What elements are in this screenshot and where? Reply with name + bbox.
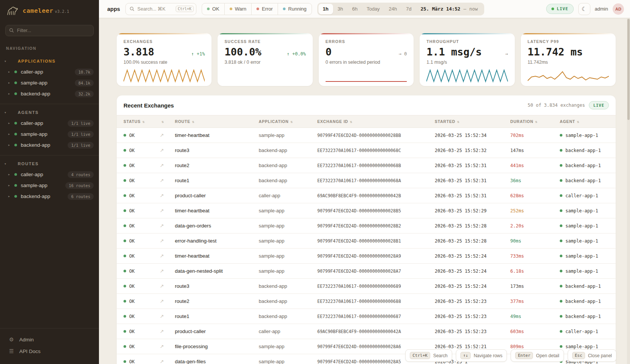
open-detail-icon[interactable]: ↗: [160, 283, 175, 289]
time-range-6h[interactable]: 6h: [347, 4, 362, 14]
sidebar-item[interactable]: ▸ caller-app 1/1 live: [0, 118, 99, 129]
agent-dot-icon: [560, 134, 562, 137]
scrollbar-track[interactable]: [627, 18, 630, 364]
route-cell: timer-heartbeat: [175, 132, 259, 138]
agent-cell: backend-app-1: [560, 163, 616, 168]
open-detail-icon[interactable]: ↗: [160, 193, 175, 198]
sidebar-item-label: caller-app: [21, 120, 68, 126]
column-header-duration[interactable]: DURATION ⇅: [510, 119, 560, 124]
column-header-status[interactable]: STATUS ⇅: [124, 119, 160, 124]
avatar[interactable]: AD: [613, 3, 624, 15]
duration-cell: 809ms: [510, 344, 560, 349]
chevron-right-icon[interactable]: ▸: [8, 173, 14, 176]
sidebar-item[interactable]: ▸ backend-app 32.2k: [0, 88, 99, 99]
time-range-3h[interactable]: 3h: [333, 4, 347, 14]
status-filter-pill[interactable]: Warn: [225, 3, 252, 15]
table-row[interactable]: OK ↗ product-caller caller-app 69AC90BF8…: [117, 188, 616, 203]
column-header-open[interactable]: ⇅: [160, 120, 175, 124]
column-header-exchange-id[interactable]: EXCHANGE ID ⇅: [317, 119, 435, 124]
chevron-right-icon[interactable]: ▸: [8, 143, 14, 147]
time-range-7d[interactable]: 7d: [401, 4, 416, 14]
chevron-right-icon[interactable]: ▸: [8, 70, 14, 74]
sidebar-section-header[interactable]: ▾ APPLICATIONS: [0, 57, 99, 66]
sidebar-item[interactable]: ▸ sample-app 84.1k: [0, 77, 99, 88]
open-detail-icon[interactable]: ↗: [160, 178, 175, 183]
table-row[interactable]: OK ↗ route2 backend-app EE7322370A10617-…: [117, 294, 616, 309]
chevron-right-icon[interactable]: ▸: [8, 184, 14, 187]
table-row[interactable]: OK ↗ data-gen-orders sample-app 90799F47…: [117, 218, 616, 233]
open-detail-icon[interactable]: ↗: [160, 313, 175, 319]
time-range-1h[interactable]: 1h: [318, 4, 333, 14]
column-header-route[interactable]: ROUTE ⇅: [175, 119, 259, 124]
chevron-right-icon[interactable]: ▸: [8, 132, 14, 136]
status-cell: OK: [124, 193, 160, 198]
exchange-id-cell: 90799F47E6CD24D-00000000000028B2: [317, 223, 435, 229]
status-filter-pill[interactable]: OK: [202, 3, 225, 15]
open-detail-icon[interactable]: ↗: [160, 329, 175, 334]
time-display-separator: –: [463, 6, 466, 12]
table-row[interactable]: OK ↗ route2 backend-app EE7322370A10617-…: [117, 158, 616, 173]
open-detail-icon[interactable]: ↗: [160, 253, 175, 259]
agent-dot-icon: [560, 315, 562, 318]
sidebar-item[interactable]: ▸ caller-app 10.7k: [0, 66, 99, 77]
sidebar-item[interactable]: ▸ backend-app 1/1 live: [0, 140, 99, 151]
table-row[interactable]: OK ↗ timer-heartbeat sample-app 90799F47…: [117, 128, 616, 143]
table-row[interactable]: OK ↗ route1 backend-app EE7322370A10617-…: [117, 309, 616, 324]
started-cell: 2026-03-25 15:52:23: [435, 314, 510, 319]
chevron-right-icon[interactable]: ▸: [8, 121, 14, 125]
sidebar-item-badge: 10.7k: [75, 69, 94, 75]
sidebar-footer-item-api-docs[interactable]: ☰ API Docs: [6, 346, 93, 357]
open-detail-icon[interactable]: ↗: [160, 298, 175, 304]
table-row[interactable]: OK ↗ route3 backend-app EE7322370A10617-…: [117, 279, 616, 294]
status-dot-icon: [14, 133, 17, 135]
table-row[interactable]: OK ↗ route3 backend-app EE7322370A10617-…: [117, 143, 616, 158]
search-placeholder: Search... ⌘K: [137, 6, 173, 12]
ok-dot-icon: [124, 330, 126, 333]
open-detail-icon[interactable]: ↗: [160, 238, 175, 244]
sidebar-item[interactable]: ▸ backend-app 6 routes: [0, 191, 99, 202]
stat-card-delta: ↑ +1%: [191, 51, 205, 57]
chevron-right-icon[interactable]: ▸: [8, 92, 14, 95]
table-row[interactable]: OK ↗ error-handling-test sample-app 9079…: [117, 233, 616, 249]
sidebar-item[interactable]: ▸ sample-app 16 routes: [0, 180, 99, 191]
column-header-application[interactable]: APPLICATION ⇅: [259, 119, 317, 124]
sidebar-item[interactable]: ▸ caller-app 4 routes: [0, 169, 99, 180]
chevron-right-icon[interactable]: ▸: [8, 81, 14, 84]
open-detail-icon[interactable]: ↗: [160, 268, 175, 274]
table-row[interactable]: OK ↗ route1 backend-app EE7322370A10617-…: [117, 173, 616, 188]
open-detail-icon[interactable]: ↗: [160, 223, 175, 229]
open-detail-icon[interactable]: ↗: [160, 344, 175, 349]
open-detail-icon[interactable]: ↗: [160, 147, 175, 153]
route-cell: file-processing: [175, 344, 259, 349]
open-detail-icon[interactable]: ↗: [160, 208, 175, 213]
sidebar-footer-item-admin[interactable]: ⚙ Admin: [6, 334, 93, 346]
time-range-today[interactable]: Today: [362, 4, 384, 14]
table-row[interactable]: OK ↗ timer-heartbeat sample-app 90799F47…: [117, 249, 616, 264]
table-row[interactable]: OK ↗ data-gen-nested-split sample-app 90…: [117, 264, 616, 279]
sidebar-filter-input[interactable]: [5, 25, 94, 36]
stat-card-subtitle: 3.818 ok / 0 error: [224, 60, 306, 65]
table-row[interactable]: OK ↗ timer-heartbeat sample-app 90799F47…: [117, 203, 616, 218]
theme-toggle-button[interactable]: ☾: [578, 3, 590, 15]
open-detail-icon[interactable]: ↗: [160, 163, 175, 168]
sidebar-section-header[interactable]: ▾ AGENTS: [0, 108, 99, 118]
gear-icon: ⚙: [9, 337, 15, 342]
open-detail-icon[interactable]: ↗: [160, 359, 175, 364]
chevron-right-icon[interactable]: ▸: [8, 195, 14, 198]
sidebar-item[interactable]: ▸ sample-app 1/1 live: [0, 129, 99, 140]
agent-cell: backend-app-1: [560, 178, 616, 183]
time-range-24h[interactable]: 24h: [384, 4, 401, 14]
sort-icon: ⇅: [290, 120, 293, 124]
navigation-label: NAVIGATION: [0, 38, 99, 53]
table-row[interactable]: OK ↗ product-caller caller-app 69AC90BF8…: [117, 324, 616, 339]
status-filter-pill[interactable]: Error: [252, 3, 278, 15]
column-header-agent[interactable]: AGENT ⇅: [560, 119, 616, 124]
global-search-input[interactable]: Search... ⌘K Ctrl+K: [125, 3, 196, 15]
scrollbar-thumb[interactable]: [627, 19, 630, 120]
live-badge[interactable]: LIVE: [546, 4, 574, 14]
status-filter-pill[interactable]: Running: [278, 3, 312, 15]
column-header-started[interactable]: STARTED ⇅: [435, 119, 510, 124]
sidebar-section-header[interactable]: ▾ ROUTES: [0, 159, 99, 169]
open-detail-icon[interactable]: ↗: [160, 132, 175, 138]
agent-cell: caller-app-1: [560, 329, 616, 334]
